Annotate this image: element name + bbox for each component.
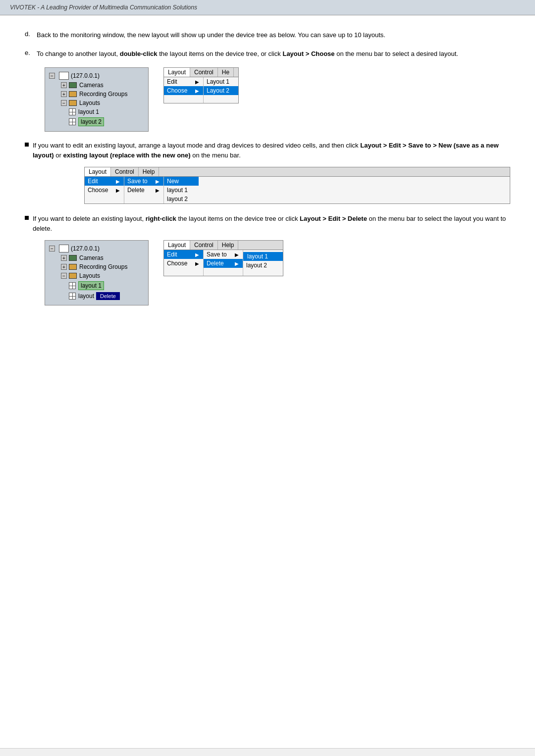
bullet2-bold1: right-click — [146, 215, 176, 222]
monitor-icon — [59, 72, 69, 80]
tree-expand-cameras-b2[interactable]: + — [61, 255, 67, 261]
tree-collapse-layouts-b2[interactable]: − — [61, 273, 67, 279]
menu-choose-arrow-e: ▶ — [195, 88, 199, 94]
menu-layout2-row-b1[interactable]: layout 2 — [164, 195, 199, 203]
tree-top-row: − (127.0.0.1) — [49, 72, 144, 80]
camera-icon-b2 — [69, 255, 77, 261]
menu-help-btn-e[interactable]: He — [218, 68, 234, 77]
menu-layout2-row-e[interactable]: Layout 2 — [204, 86, 238, 95]
tree-recording-label-b2: Recording Groups — [79, 263, 127, 270]
menu-edit-row-e[interactable]: Edit ▶ — [164, 77, 203, 86]
menu-help-btn-b1[interactable]: Help — [139, 167, 160, 176]
menu-layout2-label-e: Layout 2 — [207, 87, 229, 94]
tree-recording-row: + Recording Groups — [49, 90, 144, 99]
menu-col1-b1: Edit ▶ Choose ▶ — [85, 177, 124, 203]
recording-icon-b2 — [69, 264, 77, 270]
tree-layouts-label-b2: Layouts — [79, 272, 100, 279]
menu-delete-arrow-b1: ▶ — [156, 188, 160, 193]
menu-layout-btn-b2[interactable]: Layout — [164, 241, 190, 250]
menu-layout-btn-e[interactable]: Layout — [164, 68, 190, 77]
page-header: VIVOTEK - A Leading Provider of Multimed… — [0, 0, 535, 15]
tree-layout2-row-b2[interactable]: layout Delete — [49, 291, 144, 301]
menu-dropdown-b1: Edit ▶ Choose ▶ Save to ▶ Delete — [84, 177, 510, 204]
camera-icon — [69, 82, 77, 88]
screenshots-row-b2: − (127.0.0.1) + Cameras + Recording Grou… — [45, 240, 510, 305]
menu-delete-label-b1: Delete — [127, 187, 145, 194]
menu-edit-row-b2[interactable]: Edit ▶ — [164, 250, 203, 259]
menu-edit-label-e: Edit — [167, 78, 177, 85]
menu-col2-b1: Save to ▶ Delete ▶ — [124, 177, 164, 203]
menu-layout1-row-b2[interactable]: layout 1 — [243, 252, 283, 261]
menu-control-btn-b2[interactable]: Control — [190, 241, 218, 250]
bullet-section-2: If you want to delete an existing layout… — [25, 214, 510, 233]
page-footer: 28 - User's Manual — [0, 748, 535, 756]
tree-collapse-root[interactable]: − — [49, 73, 55, 79]
tree-top-row-b2: − (127.0.0.1) — [49, 245, 144, 252]
header-title: VIVOTEK - A Leading Provider of Multimed… — [10, 4, 197, 11]
step-d-text: Back to the monitoring window, the new l… — [37, 30, 385, 40]
menu-new-label-b1: New — [167, 178, 179, 185]
menu-choose-row-e[interactable]: Choose ▶ — [164, 86, 203, 95]
menu-screenshot-b1-container: Layout Control Help Edit ▶ Choose ▶ — [84, 167, 510, 204]
menu-saveto-row-b1[interactable]: Save to ▶ — [124, 177, 163, 186]
tree-cameras-row: + Cameras — [49, 81, 144, 90]
bullet2-bold2: Layout > Edit > Delete — [300, 215, 367, 222]
device-tree-e: − (127.0.0.1) + Cameras + Recording Grou… — [45, 67, 149, 132]
menu-delete-row-b1[interactable]: Delete ▶ — [124, 186, 163, 195]
menu-layout2-row-b2[interactable]: layout 2 — [243, 261, 283, 270]
tree-layout1-label-b2: layout 1 — [78, 281, 104, 290]
menu-layout1-label-b2: layout 1 — [247, 253, 268, 260]
menu-saveto-arrow-b1: ▶ — [156, 179, 160, 184]
grid-icon-2 — [69, 118, 76, 125]
tree-collapse-layouts[interactable]: − — [61, 100, 67, 106]
tree-cameras-label-b2: Cameras — [79, 254, 104, 261]
menu-layout-btn-b1[interactable]: Layout — [85, 167, 111, 176]
menu-new-row-b1[interactable]: New — [164, 177, 199, 186]
tree-layout1-row[interactable]: layout 1 — [49, 107, 144, 116]
menu-layout1-row-b1[interactable]: layout 1 — [164, 186, 199, 195]
tree-layout2-row[interactable]: layout 2 — [49, 116, 144, 127]
screenshots-row-e: − (127.0.0.1) + Cameras + Recording Grou… — [45, 67, 510, 132]
recording-icon — [69, 91, 77, 97]
menu-choose-arrow-b1: ▶ — [116, 188, 120, 193]
menu-help-btn-b2[interactable]: Help — [218, 241, 239, 250]
menu-dropdown-b2: Edit ▶ Choose ▶ Save to ▶ Delete — [163, 250, 283, 276]
tree-collapse-root-b2[interactable]: − — [49, 246, 55, 252]
menu-layout1-label-b1: layout 1 — [167, 187, 188, 194]
menu-col1-e: Edit ▶ Choose ▶ — [164, 77, 204, 103]
tree-expand-recording[interactable]: + — [61, 91, 67, 97]
menu-bottom-b2 — [164, 268, 203, 276]
bullet-section-1: If you want to edit an existing layout, … — [25, 141, 510, 160]
menu-layout1-row-e[interactable]: Layout 1 — [204, 77, 238, 86]
bullet-item-1: If you want to edit an existing layout, … — [25, 141, 510, 160]
device-tree-b2: − (127.0.0.1) + Cameras + Recording Grou… — [45, 240, 149, 305]
menu-choose-label-b2: Choose — [167, 260, 187, 267]
menu-col1-b2: Edit ▶ Choose ▶ — [164, 250, 204, 276]
menu-edit-arrow-b2: ▶ — [195, 252, 199, 257]
tree-recording-label: Recording Groups — [79, 91, 127, 98]
tree-expand-cameras[interactable]: + — [61, 82, 67, 88]
menu-edit-arrow-e: ▶ — [195, 79, 199, 85]
menu-delete-row-b2[interactable]: Delete ▶ — [204, 259, 243, 268]
grid-icon-b2-2 — [69, 293, 76, 300]
bullet-text-1: If you want to edit an existing layout, … — [33, 141, 510, 160]
menu-edit-row-b1[interactable]: Edit ▶ — [85, 177, 124, 186]
menu-col2-e: Layout 1 Layout 2 — [204, 77, 238, 103]
tree-layouts-row: − Layouts — [49, 99, 144, 107]
menu-choose-row-b1[interactable]: Choose ▶ — [85, 186, 124, 195]
menu-saveto-row-b2[interactable]: Save to ▶ — [204, 250, 243, 259]
tree-ip-e: (127.0.0.1) — [71, 72, 100, 79]
menu-delete-arrow-b2: ▶ — [235, 261, 239, 266]
menu-bar-b2: Layout Control Help — [163, 240, 283, 250]
delete-context-menu[interactable]: Delete — [96, 292, 120, 300]
tree-layout1-row-b2[interactable]: layout 1 — [49, 280, 144, 291]
menu-control-btn-b1[interactable]: Control — [111, 167, 139, 176]
menu-screenshot-b2: Layout Control Help Edit ▶ Choose ▶ — [163, 240, 283, 276]
bullet1-bold2: existing layout (replace with the new on… — [63, 151, 190, 159]
menu-layout1-label-e: Layout 1 — [207, 78, 229, 85]
menu-control-btn-e[interactable]: Control — [190, 68, 218, 77]
tree-expand-recording-b2[interactable]: + — [61, 264, 67, 270]
grid-icon-b2-1 — [69, 282, 76, 289]
menu-choose-row-b2[interactable]: Choose ▶ — [164, 259, 203, 268]
menu-col3-b1: New layout 1 layout 2 — [164, 177, 199, 203]
